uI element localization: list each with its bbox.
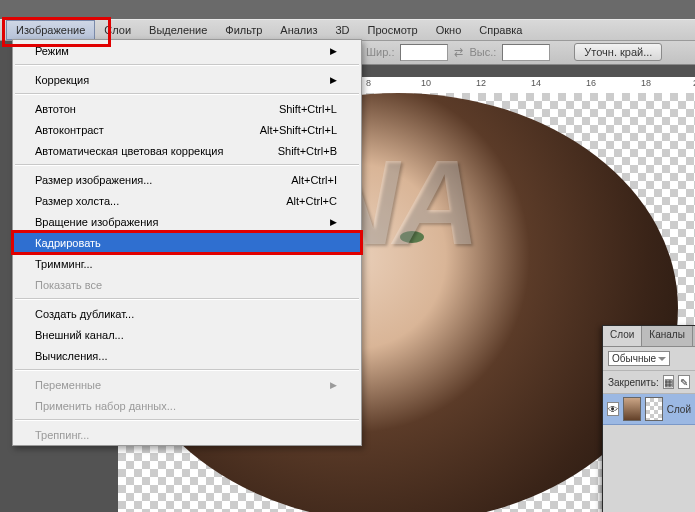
main-menubar: Изображение Слои Выделение Фильтр Анализ… — [0, 19, 695, 41]
layer-mask-thumbnail[interactable] — [645, 397, 663, 421]
tab-strip — [0, 0, 695, 19]
options-bar: Шир.: ⇄ Выс.: Уточн. край... — [360, 40, 695, 65]
mi-rotate[interactable]: Вращение изображения▶ — [13, 211, 361, 232]
height-label: Выс.: — [469, 46, 496, 58]
submenu-arrow-icon: ▶ — [330, 380, 337, 390]
menu-filter[interactable]: Фильтр — [216, 21, 271, 39]
mi-mode[interactable]: Режим▶ — [13, 40, 361, 61]
layer-name[interactable]: Слой — [667, 404, 691, 415]
mi-revealall: Показать все — [13, 274, 361, 295]
layer-thumbnail[interactable] — [623, 397, 641, 421]
mi-dataset: Применить набор данных... — [13, 395, 361, 416]
menu-analysis[interactable]: Анализ — [271, 21, 326, 39]
mi-trap: Треппинг... — [13, 424, 361, 445]
lock-row: Закрепить: ▦ ✎ — [603, 371, 695, 394]
blend-mode-select[interactable]: Обычные — [608, 351, 670, 366]
submenu-arrow-icon: ▶ — [330, 46, 337, 56]
mi-applyimage[interactable]: Внешний канал... — [13, 324, 361, 345]
ruler-mark: 14 — [531, 78, 541, 88]
lock-transparent-icon[interactable]: ▦ — [663, 375, 675, 389]
separator — [15, 93, 359, 95]
menu-image[interactable]: Изображение — [6, 20, 95, 40]
swap-icon[interactable]: ⇄ — [454, 46, 463, 59]
width-field[interactable] — [400, 44, 448, 61]
ruler-mark: 10 — [421, 78, 431, 88]
layers-tabs: Слои Каналы — [603, 326, 695, 347]
menu-selection[interactable]: Выделение — [140, 21, 216, 39]
mi-correction[interactable]: Коррекция▶ — [13, 69, 361, 90]
menu-3d[interactable]: 3D — [326, 21, 358, 39]
mi-autotone[interactable]: АвтотонShift+Ctrl+L — [13, 98, 361, 119]
mi-trim[interactable]: Тримминг... — [13, 253, 361, 274]
mi-autocontrast[interactable]: АвтоконтрастAlt+Shift+Ctrl+L — [13, 119, 361, 140]
separator — [15, 419, 359, 421]
layer-row[interactable]: 👁 Слой — [603, 394, 695, 425]
layers-panel: Слои Каналы Обычные Закрепить: ▦ ✎ 👁 Сло… — [602, 325, 695, 512]
separator — [15, 298, 359, 300]
lock-brush-icon[interactable]: ✎ — [678, 375, 690, 389]
ruler-mark: 16 — [586, 78, 596, 88]
menu-window[interactable]: Окно — [427, 21, 471, 39]
mi-imagesize[interactable]: Размер изображения...Alt+Ctrl+I — [13, 169, 361, 190]
menu-layers[interactable]: Слои — [95, 21, 140, 39]
visibility-eye-icon[interactable]: 👁 — [607, 402, 619, 416]
ruler-mark: 18 — [641, 78, 651, 88]
separator — [15, 64, 359, 66]
menu-view[interactable]: Просмотр — [359, 21, 427, 39]
mi-crop[interactable]: Кадрировать — [13, 232, 361, 253]
image-dropdown-menu: Режим▶ Коррекция▶ АвтотонShift+Ctrl+L Ав… — [12, 39, 362, 446]
ruler-mark: 12 — [476, 78, 486, 88]
width-label: Шир.: — [366, 46, 394, 58]
submenu-arrow-icon: ▶ — [330, 75, 337, 85]
separator — [15, 369, 359, 371]
mi-calculations[interactable]: Вычисления... — [13, 345, 361, 366]
mi-autocolor[interactable]: Автоматическая цветовая коррекцияShift+C… — [13, 140, 361, 161]
menu-help[interactable]: Справка — [470, 21, 531, 39]
lock-label: Закрепить: — [608, 377, 659, 388]
horizontal-ruler: 8 10 12 14 16 18 20 — [360, 77, 695, 94]
refine-edge-button[interactable]: Уточн. край... — [574, 43, 662, 61]
tab-layers[interactable]: Слои — [603, 326, 642, 346]
mi-duplicate[interactable]: Создать дубликат... — [13, 303, 361, 324]
separator — [15, 164, 359, 166]
height-field[interactable] — [502, 44, 550, 61]
submenu-arrow-icon: ▶ — [330, 217, 337, 227]
mi-variables: Переменные▶ — [13, 374, 361, 395]
blend-row: Обычные — [603, 347, 695, 371]
tab-channels[interactable]: Каналы — [642, 326, 693, 346]
mi-canvassize[interactable]: Размер холста...Alt+Ctrl+C — [13, 190, 361, 211]
ruler-mark: 8 — [366, 78, 371, 88]
chevron-down-icon — [658, 357, 666, 361]
